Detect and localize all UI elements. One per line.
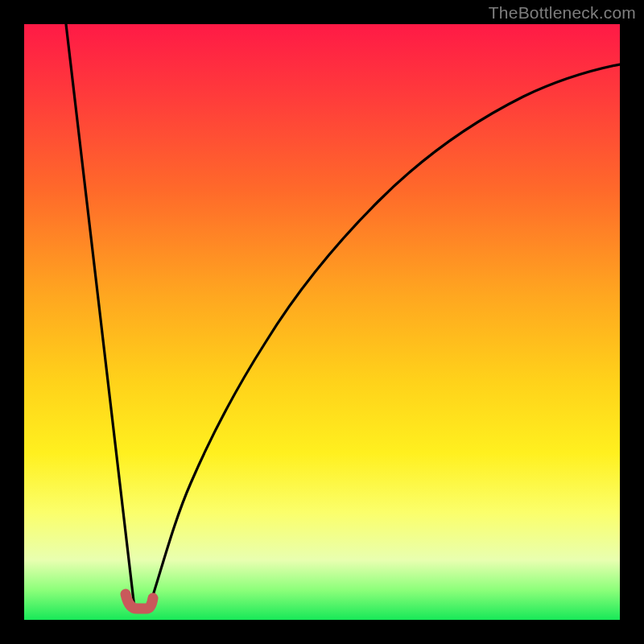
plot-area xyxy=(24,24,620,620)
descending-line xyxy=(66,24,134,608)
chart-svg xyxy=(24,24,620,620)
valley-marker xyxy=(126,594,153,609)
chart-frame: TheBottleneck.com xyxy=(0,0,644,644)
watermark-text: TheBottleneck.com xyxy=(489,3,636,23)
rising-curve xyxy=(149,64,620,608)
